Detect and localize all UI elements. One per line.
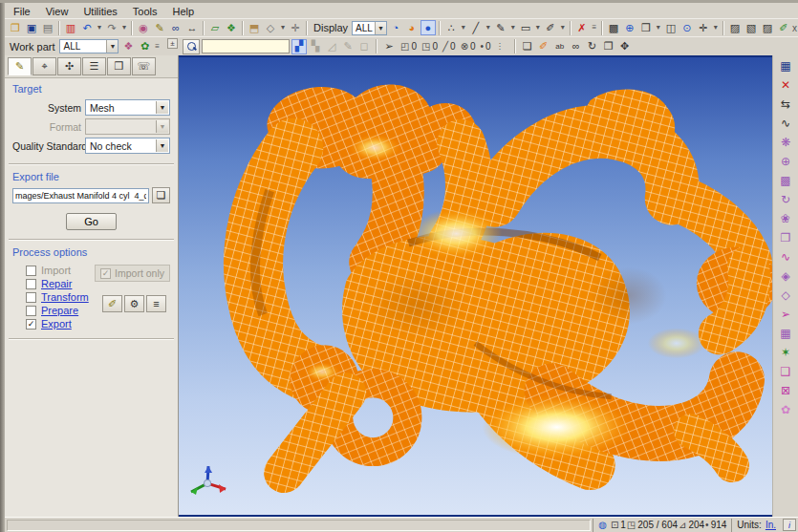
pan-icon[interactable]: ◫ [663,20,679,35]
format-select[interactable]: ▼ [85,118,170,135]
browse-file-button[interactable]: ❏ [152,187,170,203]
tab-window[interactable]: ❒ [107,57,131,75]
delete-face-icon[interactable]: ✕ [777,77,794,93]
measure-icon[interactable]: ↔ [184,20,200,35]
find-icon[interactable]: ∞ [168,20,183,35]
tab-contact[interactable]: ☏ [132,57,156,75]
chevron-down-icon[interactable]: ▼ [156,120,168,133]
abbrev-icon[interactable]: ab [552,39,568,54]
chevron-down-icon[interactable]: ▼ [156,101,168,114]
prepare-checkbox[interactable] [26,306,36,316]
snap-more-icon[interactable]: ≡ [591,20,598,35]
clipboard-icon[interactable]: ▥ [63,20,78,35]
search-input[interactable] [202,39,290,53]
settings-button[interactable]: ⚙ [124,295,144,312]
profile-menu-arrow[interactable]: ▾ [534,20,542,35]
chevron-down-icon[interactable]: ▼ [156,139,168,152]
touch-icon[interactable]: ◉ [136,20,151,35]
snap-off-icon[interactable]: ✗ [574,20,590,35]
boolean-icon[interactable]: ✛ [288,20,303,35]
mesh-diamond-icon[interactable]: ◈ [777,268,794,284]
point-menu-arrow[interactable]: ▾ [460,20,467,35]
brush-icon[interactable]: ✐ [776,20,791,35]
open-icon[interactable]: ❐ [8,20,23,35]
mesh-arrow-icon[interactable]: ➢ [777,307,794,322]
grid-snap-icon[interactable]: ▩ [606,20,621,35]
import-label[interactable]: Import [41,265,71,276]
texture-c-icon[interactable]: ▨ [760,20,775,35]
element-quality-icon[interactable]: ✶ [777,345,794,360]
mesh-mini-icon[interactable]: ✿ [777,402,794,417]
window-icon[interactable]: ❒ [638,20,654,35]
refresh-icon[interactable]: ✥ [617,39,633,54]
facet-view-icon[interactable]: ◕ [404,20,420,35]
graphics-viewport[interactable] [179,55,772,517]
orbit-menu-arrow[interactable]: ▾ [712,20,720,35]
sphere-snap-icon[interactable]: ⊕ [622,20,637,35]
mesh-grid-icon[interactable]: ▦ [777,326,794,341]
curve-menu-arrow[interactable]: ▾ [509,20,517,35]
print-icon[interactable]: ▤ [40,20,55,35]
remesh-icon[interactable]: ↻ [777,192,794,207]
spline-tool-icon[interactable]: ✐ [543,20,558,35]
tab-edit[interactable]: ✎ [8,57,32,75]
orbit-icon[interactable]: ✛ [696,20,711,35]
mesh-check-icon[interactable]: ❑ [777,364,794,379]
menu-file[interactable]: File [7,6,37,17]
filter-curve-icon[interactable]: ✎ [340,39,356,54]
swap-edge-icon[interactable]: ⇆ [777,96,794,112]
quality-standard-select[interactable]: No check ▼ [85,138,170,154]
selection-more-icon[interactable]: ⋮ [495,39,505,54]
glasses-icon[interactable]: ∞ [569,39,584,54]
new-note-icon[interactable]: ❏ [520,39,535,54]
zoom-icon[interactable]: ⊙ [679,20,695,35]
copy-window-icon[interactable]: ❐ [601,39,616,54]
repair-checkbox[interactable] [26,279,36,289]
work-part-select[interactable]: ALL ▼ [59,39,119,53]
prepare-link[interactable]: Prepare [41,305,78,316]
manifold-body[interactable] [253,84,772,473]
save-icon[interactable]: ▣ [24,20,39,35]
block-menu-arrow[interactable]: ▾ [279,20,287,35]
line-tool-icon[interactable]: ╱ [468,20,484,35]
tab-connections[interactable]: ⌖ [32,57,56,75]
menu-utilities[interactable]: Utilities [76,6,123,17]
mesh-surface-icon[interactable]: ❋ [777,135,794,150]
mesh-flower-icon[interactable]: ❀ [777,211,794,226]
units-link[interactable]: In. [766,520,776,530]
export-link[interactable]: Export [41,318,72,330]
datum-icon[interactable]: ❖ [224,20,239,35]
filter-highlight-icon[interactable]: ▞ [291,39,307,54]
smooth-curve-icon[interactable]: ∿ [777,116,794,131]
mesh-plane-icon[interactable]: ◇ [777,287,794,303]
extrude-icon[interactable]: ⬒ [247,20,262,35]
go-button[interactable]: Go [66,213,117,230]
tab-options[interactable]: ☰ [82,57,106,75]
repair-link[interactable]: Repair [41,278,72,289]
chevron-down-icon[interactable]: ▼ [375,22,386,34]
more-icon[interactable]: ≡ [153,39,161,54]
filter-edge-icon[interactable]: ◿ [324,39,339,54]
sketch-edit-icon[interactable]: ✎ [152,20,167,35]
search-button[interactable] [183,39,200,54]
transform-link[interactable]: Transform [41,291,89,303]
curve-tool-icon[interactable]: ✎ [493,20,508,35]
texture-b-icon[interactable]: ▧ [744,20,759,35]
cursor-select-icon[interactable]: ➢ [381,39,397,54]
node-curve-icon[interactable]: ∿ [777,249,794,265]
info-button[interactable]: i [783,519,796,531]
undo-icon[interactable]: ↶ [79,20,95,35]
element-delete-icon[interactable]: ⊠ [777,383,794,398]
export-checkbox[interactable]: ✓ [26,319,36,330]
transform-checkbox[interactable] [26,292,36,303]
undo-menu-arrow[interactable]: ▾ [96,20,103,35]
toolbar-close-icon[interactable]: x [792,21,797,35]
redo-icon[interactable]: ↷ [104,20,119,35]
mesh-copy-icon[interactable]: ❐ [777,230,794,245]
block-icon[interactable]: ◇ [263,20,278,35]
import-checkbox[interactable] [26,266,36,276]
toolbar-overflow-button[interactable]: ± [167,38,178,49]
filter-face-icon[interactable]: ▚ [308,39,323,54]
profile-tool-icon[interactable]: ▭ [518,20,533,35]
chevron-down-icon[interactable]: ▼ [106,40,118,53]
